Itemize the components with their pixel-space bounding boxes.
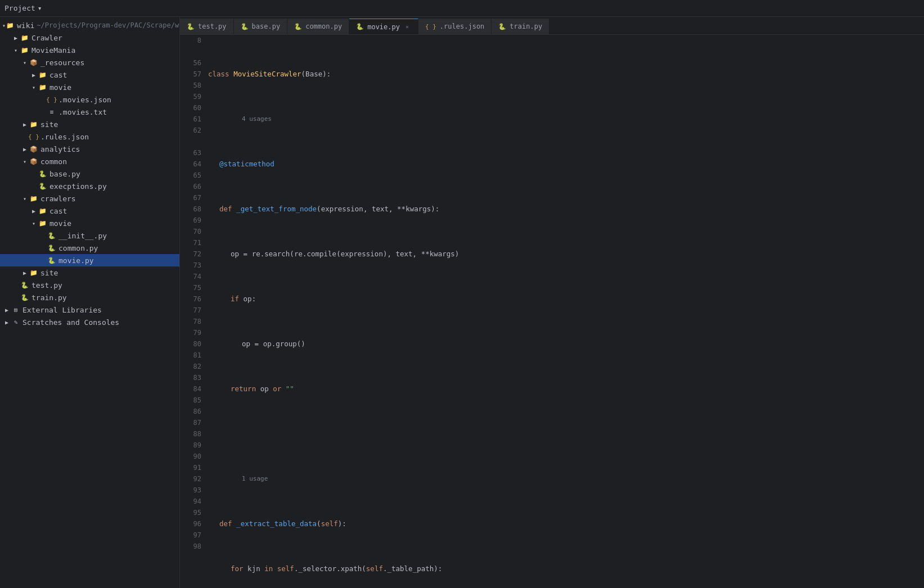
arrow-icon: ▾ [20,159,29,165]
tab-test-py[interactable]: 🐍 test.py [180,19,234,34]
python-icon: 🐍 [38,169,47,178]
folder-icon: 📁 [29,120,38,129]
python-icon: 🐍 [47,256,56,265]
arrow-icon: ▶ [11,35,20,41]
code-line: def _get_text_from_node(expression, text… [208,203,913,215]
project-text: Project [4,4,35,12]
tree-item-scratches[interactable]: ▶ ✎ Scratches and Consoles [0,316,179,328]
folder-icon: 📁 [29,268,38,277]
code-line [208,428,913,440]
package-icon: 📦 [29,58,38,67]
python-icon: 🐍 [20,293,29,302]
tree-item-crawler[interactable]: ▶ 📁 Crawler [0,31,179,44]
tree-item-site[interactable]: ▶ 📁 site [0,118,179,130]
tree-item-common-py[interactable]: 🐍 common.py [0,242,179,254]
folder-icon: 📁 [6,21,15,30]
tree-item-resources[interactable]: ▾ 📦 _resources [0,56,179,69]
code-line: 4 usages [208,114,913,125]
code-line: class MovieSiteCrawler(Base): [208,69,913,80]
python-icon: 🐍 [38,182,47,191]
python-icon: 🐍 [498,23,506,30]
tree-item-analytics[interactable]: ▶ 📦 analytics [0,143,179,155]
json-icon: { } [425,23,436,30]
tree-item-common[interactable]: ▾ 📦 common [0,155,179,168]
project-chevron-icon: ▾ [38,4,42,12]
code-content[interactable]: class MovieSiteCrawler(Base): 4 usages @… [208,35,924,588]
arrow-icon: ▾ [20,196,29,202]
tree-item-train-py[interactable]: 🐍 train.py [0,291,179,304]
folder-icon: 📁 [38,70,47,79]
folder-icon: 📁 [38,83,47,92]
project-label[interactable]: Project ▾ [4,4,42,12]
arrow-icon: ▶ [29,208,38,214]
tree-item-test-py[interactable]: 🐍 test.py [0,279,179,291]
tree-item-site2[interactable]: ▶ 📁 site [0,266,179,279]
line-numbers: 8 - 56 57 58 59 60 61 62 - 63 64 65 66 6… [180,35,208,588]
tree-item-wiki[interactable]: ▾ 📁 wiki ~/Projects/Program-dev/PAC/Scra… [0,19,179,31]
close-icon[interactable]: ✕ [403,23,411,31]
tree-item-cast[interactable]: ▶ 📁 cast [0,69,179,81]
code-line: if op: [208,293,913,305]
tree-item-movie-crawler[interactable]: ▾ 📁 movie [0,217,179,229]
json-icon: { } [47,95,56,104]
tree-item-movie-resource[interactable]: ▾ 📁 movie [0,81,179,93]
tree-item-movie-py[interactable]: 🐍 movie.py [0,254,179,266]
tree-item-movies-json[interactable]: { } .movies.json [0,93,179,106]
arrow-icon: ▾ [29,84,38,91]
json-icon: { } [29,132,38,141]
scratch-icon: ✎ [11,318,20,327]
python-icon: 🐍 [294,23,302,30]
folder-icon: 📁 [20,33,29,42]
arrow-icon: ▶ [29,72,38,78]
code-line: 1 usage [208,473,913,485]
editor-area: 🐍 test.py 🐍 base.py 🐍 common.py 🐍 movie.… [180,17,924,588]
arrow-icon: ▾ [29,220,38,227]
tab-train-py[interactable]: 🐍 train.py [492,19,549,34]
tab-rules-json[interactable]: { } .rules.json [418,19,492,34]
code-line: op = re.search(re.compile(expression), t… [208,248,913,260]
library-icon: ⊞ [11,305,20,314]
python-icon: 🐍 [356,23,364,30]
python-icon: 🐍 [47,231,56,240]
package-icon: 📦 [29,144,38,153]
package-icon: 📦 [29,157,38,166]
tab-common-py[interactable]: 🐍 common.py [287,19,349,34]
python-icon: 🐍 [20,281,29,290]
arrow-icon: ▶ [20,270,29,276]
folder-icon: 📁 [38,206,47,215]
tree-item-moviemania[interactable]: ▾ 📁 MovieMania [0,44,179,56]
python-icon: 🐍 [47,243,56,252]
arrow-icon: ▶ [2,319,11,325]
tree-item-movies-txt[interactable]: ≡ .movies.txt [0,106,179,118]
tree-item-crawlers[interactable]: ▾ 📁 crawlers [0,192,179,205]
tab-movie-py[interactable]: 🐍 movie.py ✕ [349,19,418,34]
python-icon: 🐍 [241,23,249,30]
code-line: for kjn in self._selector.xpath(self._ta… [208,563,913,575]
title-bar: Project ▾ [0,0,924,17]
tree-item-init-py[interactable]: 🐍 __init__.py [0,229,179,242]
file-tree: ▾ 📁 wiki ~/Projects/Program-dev/PAC/Scra… [0,17,180,588]
tabs-bar: 🐍 test.py 🐍 base.py 🐍 common.py 🐍 movie.… [180,17,924,35]
main-layout: ▾ 📁 wiki ~/Projects/Program-dev/PAC/Scra… [0,17,924,588]
tree-item-external-libs[interactable]: ▶ ⊞ External Libraries [0,304,179,316]
tree-item-cast2[interactable]: ▶ 📁 cast [0,205,179,217]
arrow-icon: ▾ [20,60,29,66]
code-line: op = op.group() [208,338,913,350]
tree-item-base-py[interactable]: 🐍 base.py [0,168,179,180]
tree-item-rules-json[interactable]: { } .rules.json [0,130,179,143]
code-line: return op or "" [208,383,913,395]
tree-item-exceptions-py[interactable]: 🐍 execptions.py [0,180,179,192]
folder-icon: 📁 [38,219,47,228]
txt-icon: ≡ [47,107,56,116]
arrow-icon: ▶ [20,146,29,152]
tab-base-py[interactable]: 🐍 base.py [234,19,288,34]
code-line: @staticmethod [208,159,913,170]
python-icon: 🐍 [187,23,195,30]
code-line: def _extract_table_data(self): [208,518,913,530]
arrow-icon: ▾ [11,47,20,53]
arrow-icon: ▶ [20,121,29,128]
folder-icon: 📁 [29,194,38,203]
arrow-icon: ▶ [2,307,11,313]
code-editor[interactable]: 8 - 56 57 58 59 60 61 62 - 63 64 65 66 6… [180,35,924,588]
folder-icon: 📁 [20,46,29,55]
